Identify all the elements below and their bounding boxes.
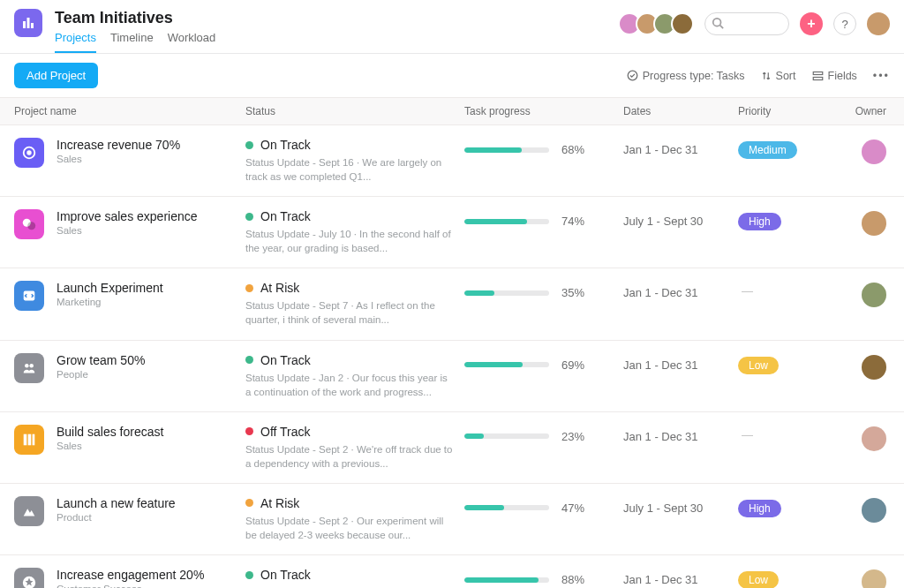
member-avatars[interactable] xyxy=(623,12,694,35)
status-note: Status Update - Sept 7 · As I reflect on… xyxy=(245,298,454,327)
priority-badge[interactable]: Low xyxy=(738,571,779,588)
dates-cell[interactable]: July 1 - Sept 30 xyxy=(623,209,738,228)
fields-button[interactable]: Fields xyxy=(812,70,857,82)
owner-avatar[interactable] xyxy=(862,139,886,164)
table-row[interactable]: Build sales forecastSalesOff TrackStatus… xyxy=(0,412,904,484)
project-team: Marketing xyxy=(56,297,163,307)
status-cell[interactable]: At RiskStatus Update - Sept 2 · Our expe… xyxy=(245,496,464,542)
owner-cell[interactable] xyxy=(830,138,886,167)
project-icon xyxy=(14,425,44,455)
add-button[interactable]: + xyxy=(800,12,823,35)
svg-point-14 xyxy=(29,364,34,368)
status-label: At Risk xyxy=(260,496,299,510)
project-name[interactable]: Increase engagement 20% xyxy=(56,568,204,582)
owner-cell[interactable] xyxy=(830,568,886,588)
priority-badge[interactable]: High xyxy=(738,213,781,230)
project-icon xyxy=(14,138,44,168)
priority-badge[interactable]: Low xyxy=(738,357,779,374)
add-project-button[interactable]: Add Project xyxy=(14,63,98,88)
table-row[interactable]: Increase engagement 20%Customer SuccessO… xyxy=(0,555,904,588)
priority-cell[interactable]: Medium xyxy=(738,138,830,159)
priority-cell[interactable]: — xyxy=(738,425,830,441)
dates-cell[interactable]: Jan 1 - Dec 31 xyxy=(623,138,738,156)
status-cell[interactable]: On TrackStatus Update - Sept 16 · We are… xyxy=(245,138,464,184)
sort-button[interactable]: Sort xyxy=(761,70,796,82)
help-button[interactable]: ? xyxy=(833,12,856,35)
project-name[interactable]: Launch Experiment xyxy=(56,281,163,295)
table-row[interactable]: Launch ExperimentMarketingAt RiskStatus … xyxy=(0,268,904,340)
project-cell: Launch a new featureProduct xyxy=(14,496,245,526)
col-dates[interactable]: Dates xyxy=(623,105,738,117)
priority-empty: — xyxy=(738,284,753,298)
progress-type-toggle[interactable]: Progress type: Tasks xyxy=(627,70,745,82)
progress-percent: 69% xyxy=(561,358,584,372)
project-name[interactable]: Build sales forecast xyxy=(56,425,163,439)
owner-cell[interactable] xyxy=(830,353,886,382)
project-name[interactable]: Increase revenue 70% xyxy=(56,138,180,152)
svg-rect-6 xyxy=(813,72,823,74)
owner-avatar[interactable] xyxy=(862,211,886,236)
project-name[interactable]: Improve sales experience xyxy=(56,209,198,223)
status-cell[interactable]: On TrackStatus Update - July 10 · In the… xyxy=(245,209,464,255)
avatar[interactable] xyxy=(671,12,694,35)
priority-cell[interactable]: High xyxy=(738,496,830,517)
owner-cell[interactable] xyxy=(830,496,886,525)
table-row[interactable]: Increase revenue 70%SalesOn TrackStatus … xyxy=(0,125,904,197)
dates-cell[interactable]: Jan 1 - Dec 31 xyxy=(623,353,738,372)
dates-cell[interactable]: Jan 1 - Dec 31 xyxy=(623,568,738,586)
sort-label: Sort xyxy=(776,70,796,82)
project-name[interactable]: Launch a new feature xyxy=(56,496,176,510)
tab-projects[interactable]: Projects xyxy=(55,31,96,53)
tab-workload[interactable]: Workload xyxy=(168,31,216,53)
status-cell[interactable]: Off TrackStatus Update - Sept 2 · We're … xyxy=(245,425,464,471)
status-dot-icon xyxy=(245,571,253,579)
owner-avatar[interactable] xyxy=(862,426,886,451)
owner-avatar[interactable] xyxy=(862,498,886,523)
owner-avatar[interactable] xyxy=(862,283,886,307)
priority-cell[interactable]: Low xyxy=(738,353,830,374)
priority-badge[interactable]: High xyxy=(738,500,781,517)
col-project[interactable]: Project name xyxy=(14,105,245,117)
table-row[interactable]: Grow team 50%PeopleOn TrackStatus Update… xyxy=(0,341,904,412)
svg-rect-16 xyxy=(28,433,32,445)
status-cell[interactable]: On TrackStatus Update - Jan 2 · Our focu… xyxy=(245,353,464,399)
status-dot-icon xyxy=(245,213,253,221)
project-icon xyxy=(14,496,44,526)
priority-badge[interactable]: Medium xyxy=(738,141,797,159)
status-cell[interactable]: At RiskStatus Update - Sept 7 · As I ref… xyxy=(245,281,464,327)
status-cell[interactable]: On TrackStatus Update - Jun 30 · Wins in… xyxy=(245,568,464,588)
col-priority[interactable]: Priority xyxy=(738,105,830,117)
priority-cell[interactable]: — xyxy=(738,281,830,298)
table-row[interactable]: Launch a new featureProductAt RiskStatus… xyxy=(0,484,904,555)
col-status[interactable]: Status xyxy=(245,105,464,117)
more-options[interactable]: ••• xyxy=(873,70,890,82)
project-team: Sales xyxy=(56,441,163,451)
owner-avatar[interactable] xyxy=(862,355,886,380)
project-cell: Build sales forecastSales xyxy=(14,425,245,455)
profile-avatar[interactable] xyxy=(867,12,890,35)
priority-cell[interactable]: High xyxy=(738,209,830,230)
owner-avatar[interactable] xyxy=(862,569,886,588)
table-row[interactable]: Improve sales experienceSalesOn TrackSta… xyxy=(0,197,904,268)
project-name[interactable]: Grow team 50% xyxy=(56,353,145,367)
progress-bar xyxy=(464,219,549,224)
owner-cell[interactable] xyxy=(830,425,886,454)
svg-rect-0 xyxy=(23,21,26,28)
dates-cell[interactable]: July 1 - Sept 30 xyxy=(623,496,738,515)
fields-icon xyxy=(812,71,824,81)
status-label: On Track xyxy=(260,568,311,582)
dates-cell[interactable]: Jan 1 - Dec 31 xyxy=(623,281,738,299)
svg-rect-2 xyxy=(31,23,34,28)
status-dot-icon xyxy=(245,356,253,364)
progress-cell: 35% xyxy=(464,281,623,299)
col-owner[interactable]: Owner xyxy=(830,105,886,117)
progress-bar xyxy=(464,147,549,153)
svg-point-3 xyxy=(713,19,721,26)
col-progress[interactable]: Task progress xyxy=(464,105,623,117)
owner-cell[interactable] xyxy=(830,281,886,310)
dates-cell[interactable]: Jan 1 - Dec 31 xyxy=(623,425,738,443)
priority-cell[interactable]: Low xyxy=(738,568,830,588)
tab-timeline[interactable]: Timeline xyxy=(110,31,154,53)
owner-cell[interactable] xyxy=(830,209,886,238)
status-label: On Track xyxy=(260,209,311,223)
